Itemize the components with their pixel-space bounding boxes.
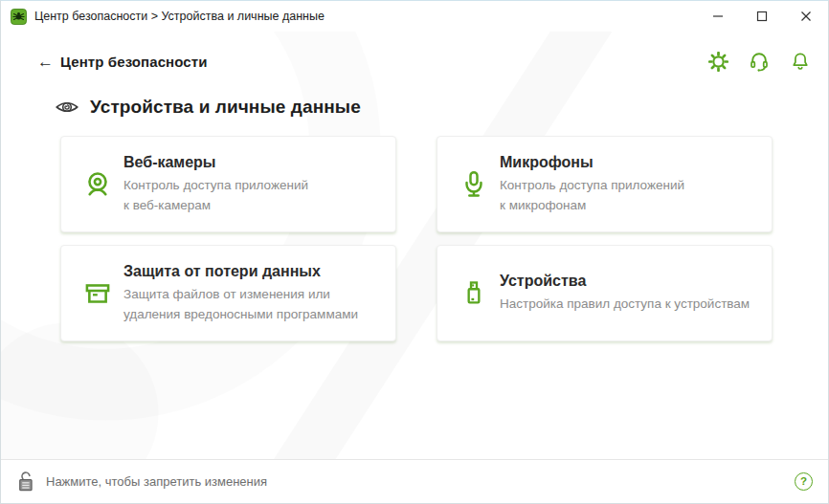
back-arrow-icon: ← (37, 54, 54, 70)
archive-box-icon (77, 278, 119, 309)
drweb-logo-icon (11, 9, 27, 25)
card-description: Настройка правил доступа к устройствам (500, 295, 750, 315)
lock-changes-control[interactable]: Нажмите, чтобы запретить изменения (14, 470, 267, 493)
minimize-button[interactable] (696, 1, 740, 32)
window-title: Центр безопасности > Устройства и личные… (34, 10, 696, 23)
page-header: ← Центр безопасности (37, 51, 811, 72)
card-webcams[interactable]: Веб-камеры Контроль доступа приложений к… (60, 136, 396, 232)
open-lock-icon (14, 470, 36, 493)
card-title: Веб-камеры (123, 154, 308, 171)
window-controls (696, 1, 828, 32)
bell-icon (791, 52, 810, 71)
minimize-icon (712, 11, 724, 22)
help-button[interactable]: ? (795, 472, 813, 491)
card-description: Защита файлов от изменения или удаления … (123, 285, 358, 325)
card-data-loss-protection[interactable]: Защита от потери данных Защита файлов от… (60, 245, 396, 341)
footer-bar: Нажмите, чтобы запретить изменения ? (1, 459, 828, 503)
card-title: Устройства (500, 273, 750, 290)
lock-changes-label: Нажмите, чтобы запретить изменения (46, 474, 267, 489)
card-title: Микрофоны (500, 154, 684, 171)
page-title-row: Устройства и личные данные (55, 95, 828, 120)
page-title: Устройства и личные данные (90, 97, 361, 118)
card-description: Контроль доступа приложений к веб-камера… (123, 176, 308, 216)
card-title: Защита от потери данных (123, 263, 358, 280)
card-devices[interactable]: Устройства Настройка правил доступа к ус… (437, 245, 773, 341)
security-center-window: Центр безопасности > Устройства и личные… (0, 0, 829, 504)
title-bar: Центр безопасности > Устройства и личные… (1, 1, 828, 32)
headset-icon (749, 51, 770, 72)
close-button[interactable] (784, 1, 828, 32)
settings-button[interactable] (707, 51, 728, 72)
feature-cards: Веб-камеры Контроль доступа приложений к… (60, 136, 828, 341)
maximize-button[interactable] (740, 1, 784, 32)
main-content: ← Центр безопасности (1, 32, 828, 459)
back-label: Центр безопасности (60, 54, 208, 70)
close-icon (800, 11, 812, 22)
notifications-button[interactable] (790, 51, 811, 72)
question-mark-icon: ? (800, 476, 807, 488)
eye-icon (55, 95, 79, 120)
header-action-icons (707, 51, 811, 72)
card-microphones[interactable]: Микрофоны Контроль доступа приложений к … (437, 136, 773, 232)
maximize-icon (756, 11, 768, 22)
support-button[interactable] (749, 51, 770, 72)
microphone-icon (453, 169, 495, 200)
back-to-security-center[interactable]: ← Центр безопасности (37, 54, 208, 70)
webcam-icon (77, 169, 119, 200)
usb-device-icon (453, 278, 495, 309)
card-description: Контроль доступа приложений к микрофонам (500, 176, 684, 216)
gear-icon (708, 52, 728, 72)
